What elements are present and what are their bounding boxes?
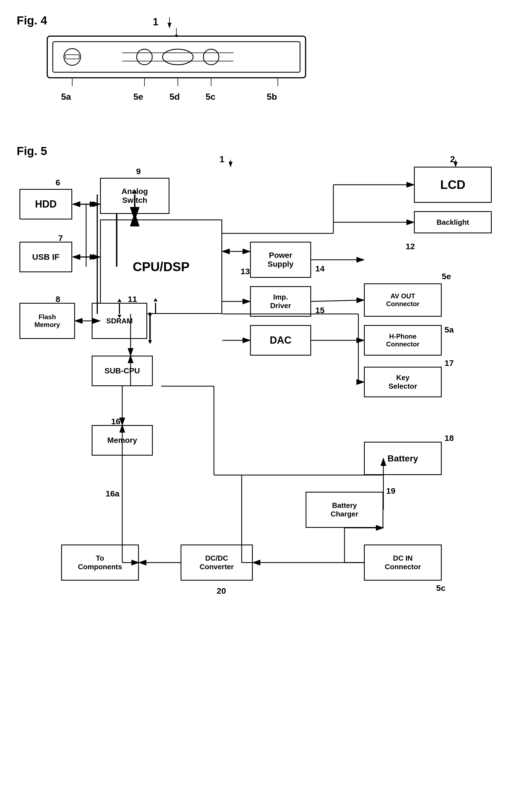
- block-battery: Battery: [364, 442, 442, 475]
- num-15: 15: [315, 306, 325, 315]
- block-dc-in: DC INConnector: [364, 545, 442, 581]
- block-cpu-dsp: CPU/DSP: [100, 220, 222, 314]
- svg-rect-3: [65, 55, 79, 59]
- svg-rect-0: [47, 36, 306, 78]
- num-16a: 16a: [106, 489, 119, 498]
- num-6: 6: [55, 178, 60, 187]
- svg-rect-1: [53, 42, 300, 72]
- num-7: 7: [58, 234, 63, 243]
- block-dac: DAC: [250, 325, 311, 356]
- block-backlight: Backlight: [414, 211, 492, 234]
- block-power-supply: PowerSupply: [250, 242, 311, 278]
- num-18: 18: [445, 433, 454, 443]
- num-12: 12: [406, 242, 415, 251]
- svg-point-2: [64, 49, 81, 65]
- num-16: 16: [111, 417, 120, 426]
- num-8: 8: [55, 294, 60, 304]
- label-5a: 5a: [61, 92, 71, 102]
- svg-point-5: [162, 49, 193, 65]
- label-5b: 5b: [267, 92, 277, 102]
- num-9: 9: [136, 167, 141, 176]
- label-5d: 5d: [170, 92, 180, 102]
- svg-marker-74: [148, 340, 152, 344]
- block-av-out: AV OUTConnector: [364, 283, 442, 317]
- block-lcd: LCD: [414, 167, 492, 203]
- block-usb-if: USB IF: [19, 242, 72, 272]
- num-2: 2: [450, 154, 455, 165]
- num-1: 1: [220, 154, 224, 165]
- num-17: 17: [445, 358, 454, 368]
- block-key-selector: KeySelector: [364, 367, 442, 397]
- num-5e-block: 5e: [442, 272, 451, 281]
- num-20: 20: [217, 586, 226, 596]
- block-to-components: ToComponents: [61, 545, 139, 581]
- block-battery-charger: BatteryCharger: [306, 492, 383, 528]
- fig5-title: Fig. 5: [17, 144, 47, 158]
- num-19: 19: [386, 486, 395, 496]
- num-13: 13: [241, 267, 250, 276]
- svg-point-6: [203, 49, 219, 65]
- block-hphone: H-PhoneConnector: [364, 325, 442, 356]
- block-flash-memory: FlashMemory: [19, 303, 75, 339]
- block-hdd: HDD: [19, 189, 72, 220]
- svg-line-45: [311, 300, 364, 302]
- block-memory: Memory: [92, 425, 153, 455]
- block-analog-switch: AnalogSwitch: [100, 178, 170, 214]
- label-5c: 5c: [206, 92, 216, 102]
- diagram-arrows: [0, 0, 532, 809]
- block-sdram: SDRAM: [92, 303, 147, 339]
- block-imp-driver: Imp.Driver: [250, 286, 311, 317]
- num-11: 11: [128, 294, 137, 304]
- fig4-arrow-number: 1: [153, 16, 158, 28]
- label-5e: 5e: [133, 92, 143, 102]
- num-5a-block: 5a: [445, 325, 454, 334]
- svg-point-4: [137, 49, 152, 65]
- block-sub-cpu: SUB-CPU: [92, 356, 153, 386]
- num-14: 14: [315, 264, 325, 273]
- fig4-title: Fig. 4: [17, 14, 47, 27]
- fig4-device: [45, 28, 308, 90]
- block-dc-dc: DC/DCConverter: [181, 545, 253, 581]
- num-5c-block: 5c: [436, 583, 445, 593]
